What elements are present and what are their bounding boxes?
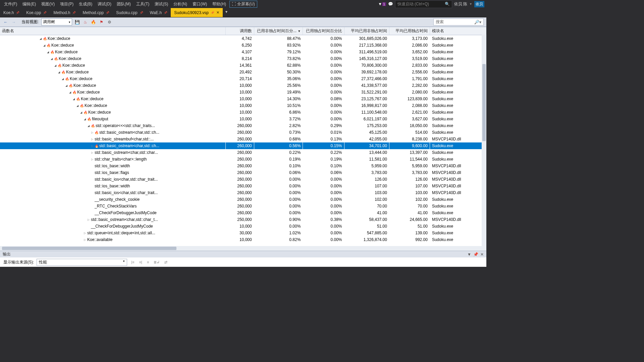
table-row[interactable]: Koe::deduce10,00014.30%0.08%23,125,767.0… [0,96,486,102]
table-row[interactable]: fileoutput10,0003.72%0.00%6,021,197.003,… [0,116,486,122]
output-source-select[interactable]: 性能▾ [37,259,127,266]
expand-icon[interactable] [68,90,72,94]
expand-icon[interactable] [91,158,94,161]
menu-analyze[interactable]: 分析(N) [171,1,189,8]
tab-sudoku-cpp[interactable]: Sudoku.cpp📌 [113,8,146,17]
table-row[interactable]: std::basic_streambuf<char,std::...260,00… [0,136,486,142]
table-row[interactable]: __CheckForDebuggerJustMyCode260,0000.00%… [0,209,486,216]
view-select[interactable]: 调用树▾ [41,18,72,25]
table-row[interactable]: Koe::deduce4,74288.47%0.00%301,685,026.0… [0,35,486,42]
tab-koe-h[interactable]: Koe.h📌 [0,8,23,17]
table-row[interactable]: Koe::deduce10,00019.49%0.00%31,522,291.0… [0,89,486,96]
filter-icon[interactable]: ⚑ [98,19,104,25]
notification-flag-icon[interactable]: ▼1 [378,2,386,6]
table-row[interactable]: Koe::deduce10,00010.51%0.00%16,998,817.0… [0,102,486,109]
expand-icon[interactable] [43,44,46,47]
col-function-name[interactable]: 函数名 [0,27,225,35]
table-row[interactable]: std::ios_base::flags260,0000.06%0.06%3,7… [0,169,486,176]
dropdown-icon[interactable]: ▼ [467,252,471,257]
menu-build[interactable]: 生成(B) [77,1,94,8]
menu-edit[interactable]: 编辑(E) [20,1,38,8]
nav-forward-button[interactable]: → [11,19,17,25]
expand-icon[interactable] [79,111,83,114]
flame-icon[interactable]: 🔥 [90,19,96,25]
table-row[interactable]: std::basic_ostream<char,std::ch...260,00… [0,129,486,136]
expand-icon[interactable] [54,64,57,67]
menu-tools[interactable]: 工具(T) [134,1,151,8]
pin-icon[interactable]: 📌 [473,252,478,257]
tab-method-h[interactable]: Method.h📌 [50,8,79,17]
expand-icon[interactable] [91,151,94,154]
table-row[interactable]: Koe::deduce20,49250.30%0.00%39,692,178.0… [0,69,486,75]
table-row[interactable]: _RTC_CheckStackVars260,0000.00%0.00%70.0… [0,203,486,209]
col-avg-inclusive[interactable]: 平均已用非独占时间 [344,27,389,35]
table-row[interactable]: __security_check_cookie260,0000.00%0.00%… [0,196,486,203]
expand-icon[interactable] [76,104,79,107]
tab-koe-cpp[interactable]: Koe.cpp📌 [23,8,50,17]
horizontal-scrollbar[interactable] [0,246,482,251]
table-row[interactable]: __CheckForDebuggerJustMyCode10,0000.00%0… [0,223,486,230]
vertical-scrollbar[interactable] [482,35,486,251]
table-row[interactable]: Koe::deduce20,71435.06%0.00%27,372,466.0… [0,75,486,82]
user-badge[interactable]: 依贝 [474,1,484,7]
table-row[interactable]: std::char_traits<char>::length260,0000.1… [0,156,486,163]
expand-icon[interactable] [46,50,50,54]
table-row[interactable]: std::ios_base::width260,0000.00%0.00%107… [0,183,486,189]
prev-icon[interactable]: |≡ [130,259,136,265]
save-icon[interactable]: 💾 [74,19,80,25]
menu-window[interactable]: 窗口(W) [191,1,209,8]
table-row[interactable]: std::operator<<<std::char_traits...260,0… [0,122,486,129]
user-name[interactable]: 依贝 陈 [454,1,467,7]
expand-icon[interactable] [50,57,53,60]
menu-help[interactable]: 帮助(H) [210,1,228,8]
clear-icon[interactable]: ≡ [146,259,150,265]
expand-icon[interactable] [91,131,94,134]
menu-team[interactable]: 团队(M) [115,1,133,8]
table-row[interactable]: std::basic_ostream<char,std::char_t...25… [0,216,486,223]
tab-wae-h[interactable]: WaE.h📌 [147,8,171,17]
table-row[interactable]: std::ios_base::width260,0000.10%0.10%5,9… [0,163,486,169]
menu-debug[interactable]: 调试(D) [96,1,113,8]
next-icon[interactable]: ≡| [138,259,144,265]
col-avg-exclusive[interactable]: 平均已用独占时间 [389,27,430,35]
quick-launch-input[interactable]: 快速启动 (Ctrl+Q) 🔍 [395,0,452,8]
expand-icon[interactable] [87,124,90,127]
tab-overflow-icon[interactable]: ▾ [223,8,230,17]
col-calls[interactable]: 调用数 [225,27,254,35]
wrap-icon[interactable]: ≣↲ [152,259,161,265]
table-row[interactable]: std::basic_ios<char,std::char_trait...26… [0,176,486,183]
col-exclusive-pct[interactable]: 已用独占时间百分比 [303,27,344,35]
expand-icon[interactable] [65,84,68,87]
gear-icon[interactable]: ⚙ [106,19,112,25]
expand-icon[interactable] [91,144,94,147]
close-icon[interactable]: ✕ [480,252,484,257]
expand-icon[interactable] [91,137,94,141]
menu-project[interactable]: 项目(P) [58,1,75,8]
table-row[interactable]: Koe::deduce10,00025.56%0.00%41,338,577.0… [0,82,486,89]
feedback-icon[interactable]: 💬 [388,2,393,6]
fullscreen-button[interactable]: ⛶ 全屏幕(U) [229,1,257,8]
table-row[interactable]: std::basic_ios<char,std::char_trait...26… [0,189,486,196]
menu-test[interactable]: 测试(S) [153,1,170,8]
close-icon[interactable]: ✕ [216,10,219,15]
table-row[interactable]: Koe::deduce6,25083.92%0.00%217,115,368.0… [0,42,486,49]
table-row[interactable]: Koe::deduce4,10779.12%0.00%311,496,519.0… [0,49,486,55]
menu-file[interactable]: 文件(F) [2,1,19,8]
expand-icon[interactable] [57,70,61,74]
expand-icon[interactable] [39,37,42,40]
table-row[interactable]: Koe::deduce14,36162.88%0.00%70,806,300.0… [0,62,486,69]
table-row[interactable]: Koe::deduce10,0006.86%0.00%11,100,548.00… [0,109,486,116]
tab-method-cpp[interactable]: Method.cpp📌 [79,8,113,17]
table-row[interactable]: std::basic_ostream<char,std::char...260,… [0,149,486,156]
expand-icon[interactable] [87,218,90,221]
col-module[interactable]: 模块名 [430,27,486,35]
table-row[interactable]: std::basic_ostream<char,std::ch...260,00… [0,142,486,149]
col-inclusive-pct[interactable]: 已用非独占时间百分... ▼ [254,27,303,35]
tab-sudoku-vsp[interactable]: Sudoku190923.vsp📌✕ [171,8,223,17]
expand-icon[interactable] [83,231,87,235]
nav-back-button[interactable]: ← [3,19,9,25]
expand-icon[interactable] [61,77,64,80]
table-row[interactable]: Koe::available10,0000.82%0.00%1,326,874.… [0,236,486,243]
expand-icon[interactable] [83,238,87,241]
toggle-icon[interactable]: ⇄ [163,259,169,265]
